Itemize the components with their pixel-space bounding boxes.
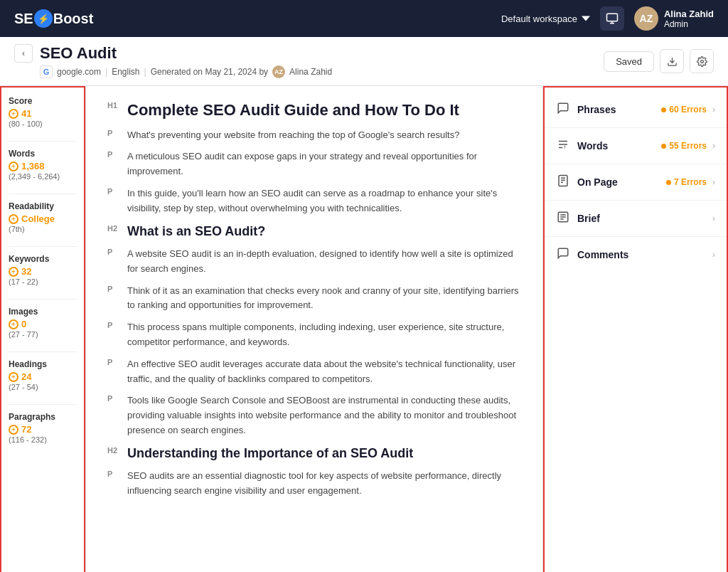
download-icon <box>667 56 678 67</box>
paragraphs-metric: Paragraphs + 72 (116 - 232) <box>9 412 77 444</box>
keywords-icon: + <box>9 267 18 277</box>
keywords-value: + 32 <box>9 266 77 277</box>
content-row-p1: P What's preventing your website from re… <box>107 128 521 143</box>
words-left: T Words <box>556 138 608 154</box>
download-button[interactable] <box>660 49 684 73</box>
workspace-selector[interactable]: Default workspace <box>501 14 590 24</box>
paragraphs-number: 72 <box>21 424 31 435</box>
chevron-right-icon-on-page: › <box>712 177 715 187</box>
score-metric: Score + 41 (80 - 100) <box>9 96 77 128</box>
paragraph-6: This process spans multiple components, … <box>127 320 521 350</box>
monitor-icon <box>606 12 619 25</box>
google-domain: google.com <box>57 67 101 77</box>
comments-panel-item[interactable]: Comments › <box>545 237 727 272</box>
paragraph-4: A website SEO audit is an in-depth evalu… <box>127 247 521 277</box>
chevron-right-icon: › <box>712 105 715 115</box>
score-label: Score <box>9 96 77 106</box>
words-icon: + <box>9 161 18 171</box>
score-icon: + <box>9 109 18 119</box>
subheader-actions: Saved <box>604 49 714 73</box>
page-title: SEO Audit <box>40 44 117 63</box>
app-logo: SE⚡Boost <box>14 9 93 28</box>
paragraphs-value: + 72 <box>9 424 77 435</box>
author-avatar: AZ <box>272 65 285 78</box>
on-page-error-badge: 7 Errors <box>666 177 707 187</box>
headings-metric: Headings + 24 (27 - 54) <box>9 359 77 391</box>
left-sidebar: Score + 41 (80 - 100) Words + 1,368 (2,3… <box>0 86 85 572</box>
headings-number: 24 <box>21 371 31 382</box>
brief-left: Brief <box>556 211 600 226</box>
words-panel-item[interactable]: T Words 55 Errors › <box>545 128 727 164</box>
words-metric: Words + 1,368 (2,349 - 6,264) <box>9 149 77 181</box>
h2-heading-2: Understanding the Importance of an SEO A… <box>127 445 413 462</box>
paragraph-2: A meticulous SEO audit can expose gaps i… <box>127 149 521 179</box>
score-range: (80 - 100) <box>9 120 77 128</box>
content-row-p5: P Think of it as an examination that che… <box>107 284 521 314</box>
on-page-left: On Page <box>556 174 618 190</box>
words-error-badge: 55 Errors <box>661 141 707 151</box>
chevron-right-icon-brief: › <box>712 213 715 223</box>
back-button[interactable]: ‹ <box>14 44 33 63</box>
p-tag-9: P <box>107 469 127 478</box>
logo-icon: ⚡ <box>34 9 53 28</box>
h2-heading-1: What is an SEO Audit? <box>127 223 265 240</box>
content-row-h2-2: H2 Understanding the Importance of an SE… <box>107 445 521 462</box>
paragraph-7: An effective SEO audit leverages accurat… <box>127 357 521 387</box>
h2-tag-1: H2 <box>107 223 127 233</box>
h1-heading: Complete SEO Audit Guide and How To Do I… <box>127 100 459 121</box>
paragraph-1: What's preventing your website from reac… <box>127 128 459 143</box>
words-number: 1,368 <box>21 161 45 171</box>
keywords-label: Keywords <box>9 254 77 264</box>
phrases-panel-item[interactable]: Phrases 60 Errors › <box>545 92 727 128</box>
images-value: + 0 <box>9 319 77 329</box>
avatar: AZ <box>634 6 658 31</box>
settings-button[interactable] <box>690 49 714 73</box>
svg-text:T: T <box>564 145 567 149</box>
p-tag-5: P <box>107 284 127 293</box>
paragraph-3: In this guide, you'll learn how an SEO a… <box>127 186 521 216</box>
user-details: Alina Zahid Admin <box>664 9 714 29</box>
author-name: Alina Zahid <box>289 67 332 77</box>
images-number: 0 <box>21 319 26 329</box>
headings-label: Headings <box>9 359 77 369</box>
score-value: + 41 <box>9 108 77 119</box>
saved-button[interactable]: Saved <box>604 51 654 72</box>
google-icon: G <box>40 65 53 78</box>
content-row-p8: P Tools like Google Search Console and S… <box>107 393 521 438</box>
h1-tag: H1 <box>107 100 127 110</box>
generated-text: Generated on May 21, 2024 by <box>151 67 268 77</box>
comments-icon <box>556 247 570 263</box>
keywords-number: 32 <box>21 266 31 277</box>
phrases-icon <box>556 102 570 117</box>
user-role: Admin <box>664 19 714 29</box>
brief-panel-item[interactable]: Brief › <box>545 201 727 237</box>
p-tag-7: P <box>107 357 127 366</box>
words-panel-icon: T <box>556 138 570 154</box>
subheader-meta: G google.com | English | Generated on Ma… <box>40 65 332 78</box>
settings-icon <box>697 56 707 67</box>
chevron-right-icon-words: › <box>712 141 715 151</box>
content-row-p4: P A website SEO audit is an in-depth eva… <box>107 247 521 277</box>
paragraph-8: Tools like Google Search Console and SEO… <box>127 393 521 438</box>
readability-number: College <box>21 213 55 224</box>
brief-icon <box>556 211 570 226</box>
separator-1: | <box>105 67 107 77</box>
p-tag-6: P <box>107 320 127 329</box>
on-page-panel-item[interactable]: On Page 7 Errors › <box>545 164 727 201</box>
phrases-error-badge: 60 Errors <box>661 105 707 115</box>
images-icon: + <box>9 319 18 329</box>
keywords-range: (17 - 22) <box>9 277 77 286</box>
subheader: ‹ SEO Audit G google.com | English | Gen… <box>0 37 728 86</box>
comments-left: Comments <box>556 247 628 263</box>
paragraph-5: Think of it as an examination that check… <box>127 284 521 314</box>
brief-right: › <box>712 213 715 223</box>
monitor-button[interactable] <box>600 6 624 31</box>
readability-value: + College <box>9 213 77 224</box>
images-range: (27 - 77) <box>9 330 77 339</box>
chevron-right-icon-comments: › <box>712 250 715 260</box>
score-number: 41 <box>21 108 31 119</box>
readability-icon: + <box>9 214 18 224</box>
right-panel: Phrases 60 Errors › T Words 55 Errors › <box>543 86 728 572</box>
paragraphs-range: (116 - 232) <box>9 435 77 444</box>
workspace-label: Default workspace <box>501 14 577 24</box>
